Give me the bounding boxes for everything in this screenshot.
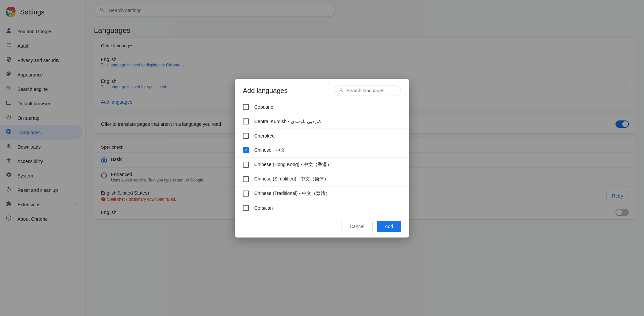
corsican-label: Corsican <box>254 205 273 211</box>
modal-language-list: Cebuano Central Kurdish - كوردیی ناوەندی… <box>235 100 409 215</box>
chinese-hk-label: Chinese (Hong Kong) - 中文（香港） <box>254 162 332 168</box>
modal-overlay[interactable]: Add languages Cebuano Central Kurdish - … <box>0 0 644 316</box>
chinese-simplified-label: Chinese (Simplified) - 中文（简体） <box>254 176 329 182</box>
chinese-hk-checkbox[interactable] <box>243 162 249 168</box>
modal-footer: Cancel Add <box>235 215 409 238</box>
list-item[interactable]: Chinese - 中文 <box>235 143 409 157</box>
list-item[interactable]: Chinese (Simplified) - 中文（简体） <box>235 172 409 186</box>
cebuano-checkbox[interactable] <box>243 104 249 110</box>
list-item[interactable]: Chinese (Traditional) - 中文（繁體） <box>235 187 409 201</box>
list-item[interactable]: Central Kurdish - كوردیی ناوەندی <box>235 114 409 128</box>
list-item[interactable]: Cebuano <box>235 100 409 114</box>
central-kurdish-checkbox[interactable] <box>243 118 249 124</box>
chinese-traditional-checkbox[interactable] <box>243 191 249 197</box>
cherokee-checkbox[interactable] <box>243 133 249 139</box>
add-languages-modal: Add languages Cebuano Central Kurdish - … <box>235 79 409 238</box>
chinese-traditional-label: Chinese (Traditional) - 中文（繁體） <box>254 191 330 197</box>
list-item[interactable]: Chinese (Hong Kong) - 中文（香港） <box>235 158 409 172</box>
modal-search-input[interactable] <box>346 88 396 93</box>
central-kurdish-label: Central Kurdish - كوردیی ناوەندی <box>254 119 321 124</box>
modal-search-icon <box>339 88 344 94</box>
modal-search-box <box>334 86 401 96</box>
chinese-label: Chinese - 中文 <box>254 147 285 153</box>
cherokee-label: Cherokee <box>254 133 275 139</box>
list-item[interactable]: Corsican <box>235 201 409 215</box>
chinese-simplified-checkbox[interactable] <box>243 176 249 182</box>
list-item[interactable]: Cherokee <box>235 129 409 143</box>
modal-title: Add languages <box>243 87 287 95</box>
corsican-checkbox[interactable] <box>243 205 249 211</box>
add-button[interactable]: Add <box>377 221 401 232</box>
modal-header: Add languages <box>235 79 409 100</box>
chinese-checkbox[interactable] <box>243 147 249 153</box>
cebuano-label: Cebuano <box>254 104 273 110</box>
cancel-button[interactable]: Cancel <box>341 221 373 232</box>
